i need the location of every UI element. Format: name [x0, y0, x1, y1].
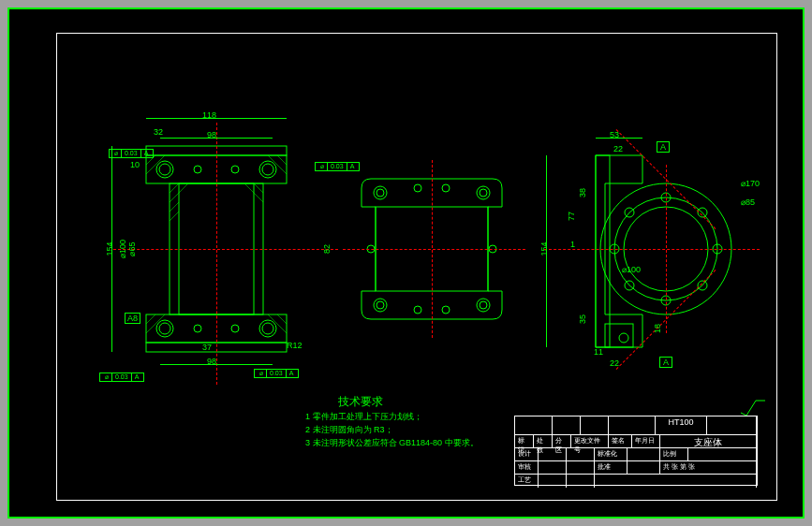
dimline: [111, 146, 112, 352]
dim-1: 1: [570, 240, 575, 249]
dim-11: 11: [594, 347, 603, 357]
drawing-window: 118 98 32 10 154 ⌀100 ⌀65 82 37 98 R12 ⌀…: [7, 7, 805, 519]
centerline-v-side: [666, 165, 667, 333]
dim-22-btm: 22: [610, 358, 619, 368]
dim-32: 32: [154, 127, 163, 137]
svg-line-18: [170, 183, 179, 193]
dim-22-top: 22: [613, 144, 623, 153]
dim-77: 77: [567, 212, 576, 221]
notes-line2: 2 未注明圆角向为 R3；: [305, 424, 393, 436]
centerline-v-top: [432, 160, 433, 338]
dimline: [160, 364, 273, 365]
dim-154: 154: [105, 241, 114, 256]
tolerance-frame-1: ⌀0.03A: [109, 149, 154, 158]
dim-35: 35: [578, 314, 587, 324]
datum-a2: A: [659, 357, 672, 368]
svg-point-16: [262, 323, 273, 334]
drawing-frame: 118 98 32 10 154 ⌀100 ⌀65 82 37 98 R12 ⌀…: [56, 33, 777, 501]
svg-point-10: [262, 164, 273, 175]
svg-point-15: [231, 325, 239, 332]
tolerance-frame-4: ⌀0.03A: [254, 369, 299, 378]
svg-point-38: [376, 301, 384, 309]
dimline: [160, 138, 273, 139]
svg-point-12: [159, 323, 170, 334]
svg-rect-58: [596, 155, 610, 347]
svg-line-23: [254, 183, 263, 193]
centerline-v-front: [216, 123, 217, 385]
dimline: [146, 118, 287, 119]
svg-point-6: [159, 164, 170, 175]
svg-point-36: [480, 189, 487, 197]
dimline: [546, 155, 547, 347]
svg-point-40: [480, 301, 487, 309]
centerline-h-top: [343, 249, 525, 250]
svg-point-41: [414, 184, 421, 192]
svg-point-44: [442, 306, 450, 314]
notes-line3: 3 未注明形状公差应符合 GB1184-80 中要求。: [305, 437, 479, 449]
svg-point-8: [194, 166, 201, 173]
svg-point-33: [374, 186, 387, 199]
dim-37: 37: [202, 343, 212, 352]
svg-point-39: [477, 299, 490, 312]
part-no: HT100: [656, 416, 707, 434]
svg-point-60: [619, 333, 628, 343]
svg-line-28: [146, 314, 155, 324]
svg-line-26: [277, 155, 287, 165]
datum-a8: A8: [125, 313, 140, 324]
notes-title: 技术要求: [338, 394, 383, 410]
dim-18: 18: [653, 324, 662, 333]
svg-point-34: [376, 189, 384, 197]
dim-r12: R12: [287, 341, 303, 350]
dim-82: 82: [322, 244, 332, 254]
dim-d100-side: ⌀100: [622, 265, 641, 274]
svg-line-21: [170, 212, 179, 221]
svg-point-37: [374, 299, 387, 312]
dim-d85: ⌀85: [741, 197, 755, 207]
tolerance-frame-2: ⌀0.03A: [315, 162, 360, 171]
centerline-h-side: [544, 249, 760, 250]
datum-a: A: [657, 141, 670, 153]
tolerance-frame-3: ⌀0.03A: [99, 373, 144, 382]
dim-d65: ⌀65: [127, 241, 137, 256]
dim-38: 38: [578, 188, 587, 197]
dim-d170: ⌀170: [741, 179, 760, 188]
centerline-h-front: [113, 249, 338, 250]
svg-point-43: [414, 306, 421, 314]
dim-154-side: 154: [539, 241, 549, 256]
part-name: 支座体: [660, 435, 757, 447]
notes-line1: 1 零件加工处理上下压力划线；: [305, 411, 422, 423]
svg-point-14: [194, 325, 201, 332]
svg-line-20: [170, 202, 179, 212]
dim-10: 10: [130, 160, 140, 169]
dimline: [596, 138, 642, 139]
svg-point-35: [477, 186, 490, 199]
title-block: HT100 标记 处数 分区 更改文件号 签名 年月日 支座体 设计 标准化: [514, 416, 758, 486]
svg-line-30: [277, 314, 287, 324]
svg-point-42: [442, 184, 450, 192]
svg-point-9: [231, 166, 239, 173]
drawing-area[interactable]: 118 98 32 10 154 ⌀100 ⌀65 82 37 98 R12 ⌀…: [57, 34, 776, 500]
